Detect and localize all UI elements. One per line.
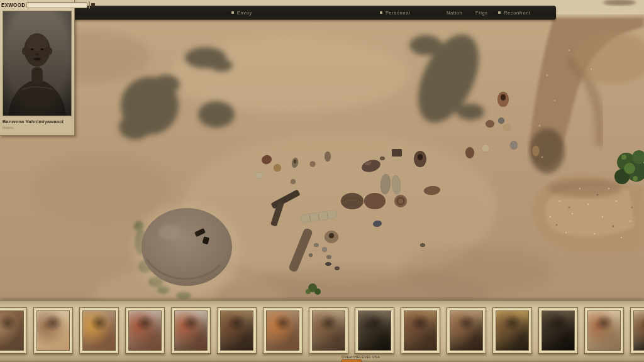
unit-card-art (82, 310, 116, 351)
unit-card-art (36, 310, 70, 351)
unit-card-art (128, 310, 162, 351)
unit-card-15[interactable] (630, 307, 644, 354)
unit-card-art (220, 310, 253, 351)
unit-card-6[interactable] (217, 307, 257, 354)
panel-titlebar: EXWOOD (0, 0, 74, 10)
portrait-panel: EXWOOD (0, 0, 75, 136)
character-subtitle: Nation (3, 126, 73, 129)
unit-card-art (587, 310, 621, 351)
panel-action-button[interactable] (89, 1, 90, 9)
character-portrait (3, 11, 72, 116)
topbar-item-label: Reconfront (504, 10, 531, 16)
panel-search-input[interactable] (26, 2, 87, 8)
topbar-item-label: Nation (447, 10, 462, 16)
bullet-icon (498, 11, 501, 14)
unit-card-art (266, 310, 299, 351)
unit-card-3[interactable] (79, 307, 119, 354)
unit-card-art (174, 310, 208, 351)
unit-card-art (404, 310, 437, 351)
unit-card-art (0, 310, 24, 351)
unit-card-10[interactable] (401, 307, 440, 354)
topbar-item-label: Personnel (386, 10, 410, 16)
unit-card-8[interactable] (309, 307, 348, 354)
unit-card-art (450, 310, 483, 351)
unit-card-4[interactable] (125, 307, 165, 354)
topbar: Envoy Personnel Nation Frigs Reconfront (74, 6, 556, 20)
unit-card-14[interactable] (584, 307, 624, 354)
unit-tray: OVERTHELEVEL USA (0, 300, 644, 362)
topbar-item-reconfront[interactable]: Reconfront (498, 6, 531, 19)
unit-card-art (633, 310, 644, 351)
unit-card-art (358, 310, 391, 351)
character-name: Banwena Yahnimiyawaact (3, 119, 73, 124)
topbar-item-envoy[interactable]: Envoy (231, 6, 252, 19)
unit-card-9[interactable] (355, 307, 394, 354)
topbar-item-frigs[interactable]: Frigs (475, 6, 488, 19)
unit-card-13[interactable] (538, 307, 578, 354)
bullet-icon (231, 11, 234, 14)
tray-label-chip (341, 359, 362, 362)
topbar-item-label: Frigs (475, 10, 488, 16)
tray-label: OVERTHELEVEL USA (341, 355, 380, 359)
topbar-item-label: Envoy (237, 10, 252, 16)
unit-card-12[interactable] (492, 307, 532, 354)
topbar-item-personnel[interactable]: Personnel (380, 6, 410, 19)
game-screen: Envoy Personnel Nation Frigs Reconfront … (0, 0, 644, 362)
unit-card-2[interactable] (33, 307, 73, 354)
dome-hut (133, 204, 241, 297)
unit-card-5[interactable] (171, 307, 211, 354)
topbar-item-nation[interactable]: Nation (447, 6, 462, 19)
unit-card-art (496, 310, 529, 351)
unit-card-art (312, 310, 345, 351)
unit-card-art (541, 310, 575, 351)
unit-card-11[interactable] (447, 307, 486, 354)
panel-caption: Banwena Yahnimiyawaact Nation (3, 119, 73, 129)
unit-card-1[interactable] (0, 307, 27, 354)
bullet-icon (380, 11, 382, 14)
unit-card-7[interactable] (263, 307, 303, 354)
panel-title: EXWOOD (1, 2, 25, 8)
